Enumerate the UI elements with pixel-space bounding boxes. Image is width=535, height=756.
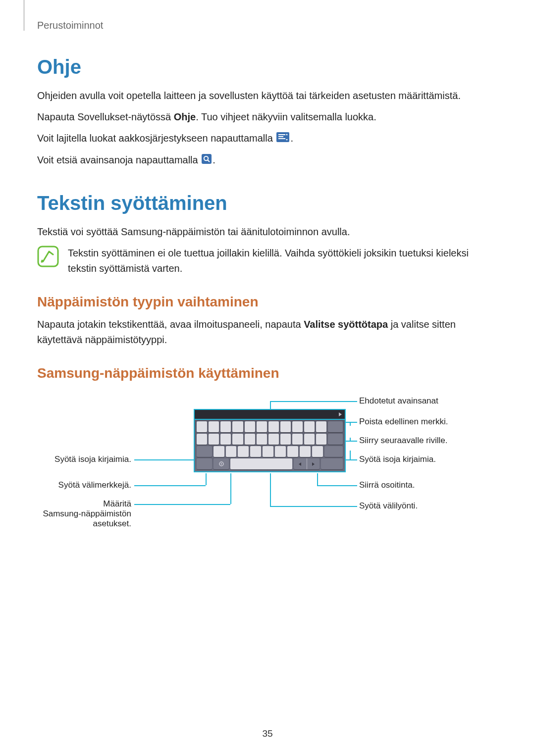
key <box>245 421 255 432</box>
settings-key <box>214 458 229 469</box>
page-number: 35 <box>0 728 535 739</box>
backspace-key <box>328 421 343 432</box>
text: . Tuo vihjeet näkyviin valitsemalla luok… <box>196 111 376 122</box>
section-header: Perustoiminnot <box>37 20 498 31</box>
text: Voit lajitella luokat aakkosjärjestyksee… <box>37 133 275 144</box>
text-bold: Valitse syöttötapa <box>304 319 388 330</box>
callout-delete-prev: Poista edellinen merkki. <box>359 417 448 427</box>
keyboard-diagram: Ehdotetut avainsanat Poista edellinen me… <box>37 391 498 540</box>
cursor-left <box>294 458 307 469</box>
heading-sub1: Näppäimistön tyypin vaihtaminen <box>37 294 498 310</box>
key <box>304 421 315 432</box>
key <box>280 434 291 445</box>
text: Voit etsiä avainsanoja napauttamalla <box>37 154 201 165</box>
space-key <box>230 458 292 469</box>
ohje-paragraph-4: Voit etsiä avainsanoja napauttamalla . <box>37 152 498 168</box>
key <box>197 421 207 432</box>
callout-line <box>270 473 271 506</box>
callout-settings-3: asetukset. <box>93 519 132 529</box>
caret-left-icon <box>298 462 302 466</box>
svg-rect-2 <box>278 136 283 137</box>
callout-settings-1: Määritä <box>103 499 131 509</box>
search-icon <box>202 153 212 168</box>
callout-caps-left: Syötä isoja kirjaimia. <box>54 454 131 464</box>
text: Napauta jotakin tekstikenttää, avaa ilmo… <box>37 319 304 330</box>
callout-line <box>350 422 351 426</box>
caret-right-icon <box>312 462 315 466</box>
key <box>280 421 291 432</box>
ohje-paragraph-2: Napauta Sovellukset-näytössä Ohje. Tuo v… <box>37 109 498 125</box>
ohje-paragraph-1: Ohjeiden avulla voit opetella laitteen j… <box>37 88 498 103</box>
key <box>292 434 303 445</box>
keyboard-suggestion-bar <box>195 410 345 420</box>
key <box>292 421 303 432</box>
callout-line <box>345 459 357 460</box>
svg-rect-3 <box>278 138 285 139</box>
callout-line <box>317 473 318 485</box>
ohje-paragraph-3: Voit lajitella luokat aakkosjärjestyksee… <box>37 131 498 147</box>
text: . <box>290 133 293 144</box>
key <box>316 421 326 432</box>
gear-icon <box>218 461 224 467</box>
callout-line <box>350 451 351 460</box>
note-icon <box>37 246 59 267</box>
callout-line <box>345 441 357 442</box>
page-content: Perustoiminnot Ohje Ohjeiden avulla voit… <box>0 0 535 540</box>
callout-caps-right: Syötä isoja kirjaimia. <box>359 454 436 464</box>
key <box>312 446 323 457</box>
key <box>250 446 261 457</box>
key <box>316 434 326 445</box>
callout-settings-2: Samsung-näppäimistön <box>43 509 131 519</box>
shift-right-key <box>324 446 343 457</box>
key <box>268 421 279 432</box>
key <box>300 446 311 457</box>
key <box>209 434 219 445</box>
keyboard-row <box>195 445 345 457</box>
callout-line <box>134 459 194 460</box>
callout-suggested-words: Ehdotetut avainsanat <box>359 396 438 406</box>
callout-line <box>134 504 230 505</box>
callout-space: Syötä välilyönti. <box>359 501 418 511</box>
key <box>268 434 279 445</box>
key <box>209 421 219 432</box>
key <box>257 421 267 432</box>
key <box>263 446 273 457</box>
callout-next-line: Siirry seuraavalle riville. <box>359 436 448 446</box>
key <box>257 434 267 445</box>
samsung-keyboard <box>194 409 346 472</box>
keyboard-row <box>195 432 345 445</box>
note-text: Tekstin syöttäminen ei ole tuettua joill… <box>68 246 498 276</box>
key <box>214 446 224 457</box>
key <box>238 446 249 457</box>
key <box>220 421 231 432</box>
text: . <box>213 154 215 165</box>
callout-line <box>345 422 357 423</box>
keyboard-row <box>195 457 345 469</box>
language-key <box>321 458 343 469</box>
key <box>232 434 243 445</box>
svg-rect-1 <box>278 134 285 135</box>
callout-line <box>134 485 206 486</box>
text-bold: Ohje <box>174 111 196 122</box>
key <box>287 446 298 457</box>
svg-point-9 <box>220 463 222 465</box>
key <box>197 434 207 445</box>
key <box>304 434 315 445</box>
callout-line <box>317 485 357 486</box>
key <box>275 446 286 457</box>
callout-line <box>230 473 231 504</box>
callout-move-cursor: Siirrä osoitinta. <box>359 480 415 490</box>
key <box>232 421 243 432</box>
shift-left-key <box>197 446 212 457</box>
heading-tekstin: Tekstin syöttäminen <box>37 192 498 214</box>
key <box>226 446 237 457</box>
heading-sub2: Samsung-näppäimistön käyttäminen <box>37 365 498 381</box>
heading-ohje: Ohje <box>37 56 498 78</box>
callout-line <box>270 401 357 402</box>
svg-rect-7 <box>38 247 58 266</box>
sort-icon <box>276 131 289 147</box>
key <box>245 434 255 445</box>
symbols-key <box>197 458 212 469</box>
callout-line <box>206 473 207 485</box>
cursor-right <box>307 458 320 469</box>
